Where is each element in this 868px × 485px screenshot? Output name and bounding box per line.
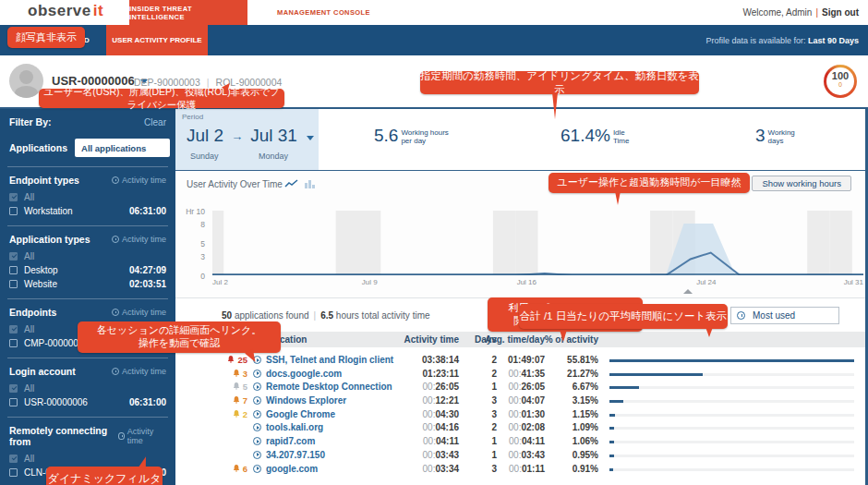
filter-checkbox-item[interactable]: Desktop 04:27:09 (9, 263, 166, 277)
alert-bell-icon (232, 464, 241, 473)
application-name-link[interactable]: tools.kali.org (266, 422, 323, 432)
alert-count[interactable]: 2 (211, 409, 247, 419)
applications-filter-input[interactable] (75, 139, 170, 157)
table-row[interactable]: rapid7.com 00:04:11 1 00:04:11 1.06% (175, 435, 865, 449)
checkbox-icon[interactable] (9, 468, 18, 477)
column-header-pct-activity[interactable]: % of activity (536, 334, 598, 345)
management-console-link[interactable]: MANAGEMENT CONSOLE (277, 8, 370, 17)
checkbox-icon[interactable] (9, 339, 18, 347)
checkbox-icon[interactable] (9, 455, 18, 463)
risk-score-badge[interactable]: 100 0 (824, 65, 857, 98)
annotation-period-stats: 指定期間の勤務時間、アイドリングタイム、勤務日数を表示 (420, 71, 699, 94)
activity-chart-plot[interactable] (212, 211, 863, 275)
pct-activity-cell: 1.06% (536, 436, 598, 446)
tab-user-activity-profile[interactable]: USER ACTIVITY PROFILE (106, 25, 208, 55)
application-name-link[interactable]: Windows Explorer (266, 395, 346, 406)
checkbox-icon[interactable] (9, 252, 18, 261)
alert-count[interactable]: 3 (211, 369, 247, 379)
checkbox-icon[interactable] (9, 398, 18, 406)
sort-by-dropdown[interactable]: Most used (730, 307, 839, 324)
filter-item-label: Workstation (24, 206, 73, 216)
activity-time-sort[interactable]: Activity time (112, 308, 166, 317)
session-link-icon[interactable] (253, 396, 261, 405)
sidebar-filter-section: Login account Activity time All USR-0000… (9, 366, 166, 418)
pct-activity-bar (609, 468, 854, 471)
y-tick-label: 0 (173, 272, 205, 281)
period-start-date: Jul 2 (187, 126, 223, 146)
application-name-link[interactable]: Remote Desktop Connection (266, 382, 392, 392)
activity-time-cell: 01:23:11 (388, 369, 459, 379)
insider-threat-intelligence-button[interactable]: INSIDER THREAT INTELLIGENCE (129, 0, 247, 25)
alert-bell-icon (232, 369, 241, 378)
table-row[interactable]: 3 docs.google.com 01:23:11 2 00:41:35 21… (175, 368, 865, 382)
filter-item-label: All (24, 324, 34, 334)
column-header-activity-time[interactable]: Activity time (388, 334, 459, 345)
filter-checkbox-item[interactable]: All (9, 190, 166, 204)
filter-checkbox-item[interactable]: USR-00000006 06:31:00 (9, 395, 166, 409)
filter-checkbox-item[interactable]: All (9, 382, 166, 395)
chart-y-axis: Hr 108530 (175, 211, 208, 275)
table-row[interactable]: 7 Windows Explorer 00:12:21 3 00:04:07 3… (175, 394, 865, 408)
logo-text-it: it (93, 2, 103, 19)
activity-time-sort[interactable]: Activity time (112, 176, 166, 185)
show-working-hours-button[interactable]: Show working hours (752, 176, 851, 191)
sidebar-divider (7, 225, 168, 226)
activity-time-sort[interactable]: Activity time (112, 235, 166, 244)
application-name-link[interactable]: Google Chrome (266, 409, 335, 419)
table-row[interactable]: 25 SSH, Telnet and Rlogin client 03:38:1… (175, 354, 865, 368)
activity-time-sort[interactable]: Activity time (112, 367, 166, 376)
application-name-link[interactable]: docs.google.com (266, 369, 342, 379)
filter-item-label: All (24, 251, 34, 261)
checkbox-icon[interactable] (9, 384, 18, 393)
period-selector[interactable]: Period Jul 2 → Jul 31 Sunday Monday (175, 109, 319, 170)
annotation-session-link: 各セッションの詳細画面へリンク。 操作を動画で確認 (78, 321, 281, 353)
session-link-icon[interactable] (253, 423, 261, 431)
clock-icon (112, 368, 119, 375)
period-stats-row: Period Jul 2 → Jul 31 Sunday Monday 5.6 … (175, 109, 865, 171)
table-row[interactable]: 2 Google Chrome 00:04:30 3 00:01:30 1.15… (175, 408, 865, 422)
session-link-icon[interactable] (253, 382, 261, 391)
period-label: Period (182, 113, 203, 121)
risk-score-value: 100 (826, 71, 854, 81)
annotation-pointer (705, 327, 713, 337)
alert-count[interactable]: 7 (211, 395, 247, 406)
checkbox-icon[interactable] (9, 280, 18, 288)
application-name-link[interactable]: SSH, Telnet and Rlogin client (266, 355, 393, 365)
activity-time-sort[interactable]: Activity time (118, 427, 166, 445)
table-row[interactable]: 34.207.97.150 00:03:43 1 00:03:43 0.95% (175, 449, 865, 463)
session-link-icon[interactable] (253, 465, 261, 473)
divider: | (815, 7, 818, 18)
checkbox-icon[interactable] (9, 266, 18, 274)
filter-checkbox-item[interactable]: All (9, 249, 166, 263)
sidebar-filter-section: Endpoint types Activity time All Worksta… (9, 175, 166, 226)
filter-checkbox-item[interactable]: Workstation 06:31:00 (9, 204, 166, 218)
checkbox-icon[interactable] (9, 193, 18, 201)
activity-time-cell: 00:04:11 (388, 436, 459, 446)
period-end-dayname: Monday (259, 152, 288, 161)
table-row[interactable]: 5 Remote Desktop Connection 00:26:05 1 0… (175, 381, 865, 394)
pct-activity-bar (609, 386, 854, 389)
session-link-icon[interactable] (253, 370, 261, 378)
checkbox-icon[interactable] (9, 207, 18, 215)
application-name-link[interactable]: google.com (266, 464, 318, 474)
table-row[interactable]: tools.kali.org 00:04:16 2 00:02:08 1.09% (175, 421, 865, 435)
pct-activity-bar (609, 427, 854, 430)
filter-checkbox-item[interactable]: Website 02:03:51 (9, 277, 166, 291)
table-row[interactable]: 6 google.com 00:03:34 3 00:01:11 0.91% (175, 463, 865, 477)
session-link-icon[interactable] (253, 410, 261, 418)
alert-count[interactable]: 6 (211, 464, 247, 474)
application-name-link[interactable]: rapid7.com (266, 436, 315, 446)
application-name-link[interactable]: 34.207.97.150 (266, 450, 325, 460)
session-link-icon[interactable] (253, 437, 261, 445)
x-tick-label: Jul 16 (517, 278, 536, 286)
clear-filters-link[interactable]: Clear (144, 117, 166, 127)
bar-chart-icon[interactable] (305, 179, 316, 188)
pct-activity-cell: 21.27% (536, 369, 598, 379)
alert-count[interactable]: 5 (211, 382, 247, 392)
alert-count[interactable]: 25 (211, 355, 247, 365)
sign-out-link[interactable]: Sign out (822, 7, 859, 18)
checkbox-icon[interactable] (9, 325, 18, 333)
collapse-chevron-up-icon[interactable] (683, 289, 693, 294)
session-link-icon[interactable] (253, 451, 261, 459)
line-chart-icon[interactable] (284, 179, 298, 188)
